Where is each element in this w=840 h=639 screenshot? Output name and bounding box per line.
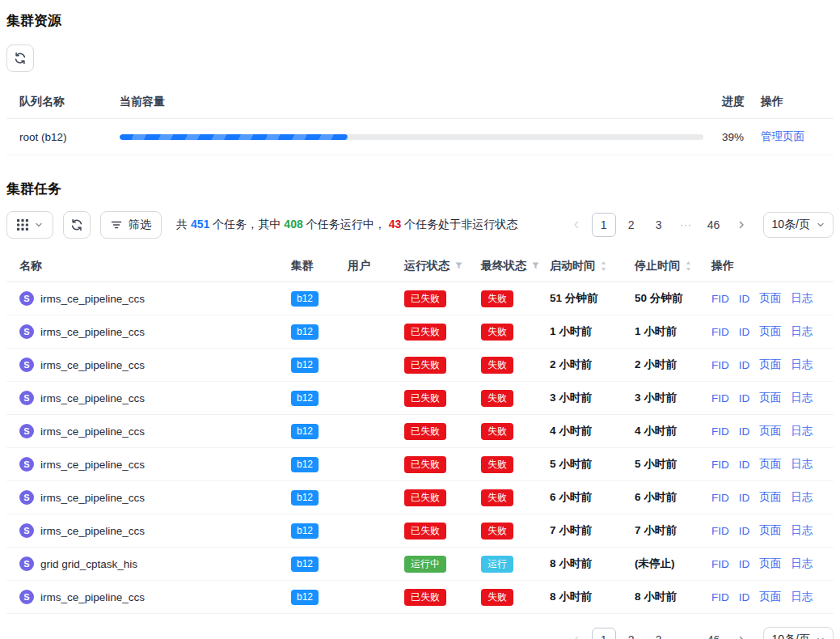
cluster-badge: b12 — [291, 523, 319, 539]
page-ellipsis[interactable]: ··· — [674, 628, 699, 639]
page-button-3[interactable]: 3 — [647, 628, 671, 639]
start-time: 1 小时前 — [543, 324, 628, 339]
log-link[interactable]: 日志 — [791, 490, 813, 505]
column-header-start-time: 启动时间 — [550, 259, 595, 273]
page-link[interactable]: 页面 — [759, 291, 781, 306]
log-link[interactable]: 日志 — [791, 424, 813, 438]
stop-time-sort-icon[interactable] — [685, 260, 692, 272]
next-page-button[interactable] — [729, 213, 753, 237]
page-ellipsis[interactable]: ··· — [674, 213, 699, 237]
fid-link[interactable]: FID — [711, 359, 729, 371]
run-status-filter-icon[interactable] — [454, 261, 463, 270]
id-link[interactable]: ID — [739, 293, 750, 305]
page-size-select[interactable]: 10条/页 — [763, 627, 834, 639]
log-link[interactable]: 日志 — [791, 523, 813, 538]
tasks-toolbar: 筛选 共451个任务，其中408个任务运行中，43个任务处于非运行状态 1 2 … — [6, 211, 834, 239]
log-link[interactable]: 日志 — [791, 556, 813, 571]
page-link[interactable]: 页面 — [759, 424, 781, 438]
run-status-badge: 已失败 — [404, 290, 446, 307]
page-button-46[interactable]: 46 — [702, 628, 726, 639]
page-button-1[interactable]: 1 — [592, 213, 616, 237]
id-link[interactable]: ID — [739, 558, 750, 570]
final-status-badge: 失败 — [481, 390, 513, 407]
task-name: irms_ce_pipeline_ccs — [40, 392, 145, 404]
page-link[interactable]: 页面 — [759, 324, 781, 339]
final-status-badge: 失败 — [481, 589, 513, 606]
column-header-capacity: 当前容量 — [120, 95, 704, 109]
fid-link[interactable]: FID — [711, 425, 729, 438]
refresh-tasks-button[interactable] — [63, 211, 91, 239]
page-link[interactable]: 页面 — [759, 457, 781, 472]
refresh-resources-button[interactable] — [6, 44, 34, 72]
fid-link[interactable]: FID — [711, 459, 729, 471]
page-button-3[interactable]: 3 — [647, 213, 671, 237]
task-name: irms_ce_pipeline_ccs — [40, 492, 145, 504]
run-status-badge: 已失败 — [404, 423, 446, 440]
avatar: S — [19, 324, 34, 339]
final-status-badge: 运行 — [481, 556, 513, 573]
column-settings-button[interactable] — [6, 211, 53, 239]
id-link[interactable]: ID — [739, 425, 750, 438]
queue-name: root (b12) — [6, 131, 120, 143]
next-page-button[interactable] — [729, 628, 753, 639]
run-status-badge: 已失败 — [404, 390, 446, 407]
fid-link[interactable]: FID — [711, 558, 729, 570]
page-link[interactable]: 页面 — [759, 490, 781, 505]
id-link[interactable]: ID — [739, 459, 750, 471]
task-name: irms_ce_pipeline_ccs — [40, 326, 145, 338]
fid-link[interactable]: FID — [711, 591, 729, 603]
final-status-filter-icon[interactable] — [531, 261, 540, 270]
final-status-badge: 失败 — [481, 290, 513, 307]
prev-page-button[interactable] — [564, 213, 589, 237]
start-time-sort-icon[interactable] — [600, 260, 607, 272]
page-button-2[interactable]: 2 — [619, 628, 644, 639]
log-link[interactable]: 日志 — [791, 358, 813, 372]
page-button-46[interactable]: 46 — [702, 213, 726, 237]
fid-link[interactable]: FID — [711, 492, 729, 504]
id-link[interactable]: ID — [739, 392, 750, 404]
filter-button[interactable]: 筛选 — [100, 211, 162, 239]
page-button-2[interactable]: 2 — [619, 213, 644, 237]
prev-page-button[interactable] — [564, 628, 589, 639]
cluster-badge: b12 — [291, 291, 319, 307]
table-row: S irms_ce_pipeline_ccs b12 已失败 失败 8 小时前 … — [6, 581, 834, 614]
start-time: 51 分钟前 — [543, 291, 628, 306]
manage-page-link[interactable]: 管理页面 — [761, 130, 804, 142]
cluster-badge: b12 — [291, 490, 319, 506]
page-link[interactable]: 页面 — [759, 391, 781, 405]
fid-link[interactable]: FID — [711, 525, 729, 537]
chevron-right-icon — [737, 220, 746, 230]
id-link[interactable]: ID — [739, 359, 750, 371]
stop-time: 8 小时前 — [628, 590, 705, 604]
page-button-1[interactable]: 1 — [592, 628, 616, 639]
start-time: 2 小时前 — [543, 358, 628, 372]
log-link[interactable]: 日志 — [791, 457, 813, 472]
cluster-badge: b12 — [291, 324, 319, 340]
log-link[interactable]: 日志 — [791, 324, 813, 339]
avatar: S — [19, 457, 34, 472]
page-link[interactable]: 页面 — [759, 523, 781, 538]
fid-link[interactable]: FID — [711, 392, 729, 404]
id-link[interactable]: ID — [739, 525, 750, 537]
table-row: S irms_ce_pipeline_ccs b12 已失败 失败 1 小时前 … — [6, 315, 834, 349]
id-link[interactable]: ID — [739, 492, 750, 504]
page-link[interactable]: 页面 — [759, 358, 781, 372]
task-summary: 共451个任务，其中408个任务运行中，43个任务处于非运行状态 — [176, 218, 517, 232]
avatar: S — [19, 391, 34, 405]
log-link[interactable]: 日志 — [791, 291, 813, 306]
summary-text: 个任务处于非运行状态 — [404, 218, 517, 231]
column-header-run-status: 运行状态 — [404, 259, 450, 273]
log-link[interactable]: 日志 — [791, 391, 813, 405]
fid-link[interactable]: FID — [711, 326, 729, 338]
fid-link[interactable]: FID — [711, 293, 729, 305]
run-status-badge: 已失败 — [404, 589, 446, 606]
id-link[interactable]: ID — [739, 326, 750, 338]
start-time: 8 小时前 — [543, 556, 628, 571]
page-link[interactable]: 页面 — [759, 590, 781, 604]
id-link[interactable]: ID — [739, 591, 750, 603]
log-link[interactable]: 日志 — [791, 590, 813, 604]
page-size-select[interactable]: 10条/页 — [763, 212, 834, 238]
column-header-stop-time: 停止时间 — [635, 259, 680, 273]
task-name: irms_ce_pipeline_ccs — [40, 459, 145, 471]
page-link[interactable]: 页面 — [759, 556, 781, 571]
